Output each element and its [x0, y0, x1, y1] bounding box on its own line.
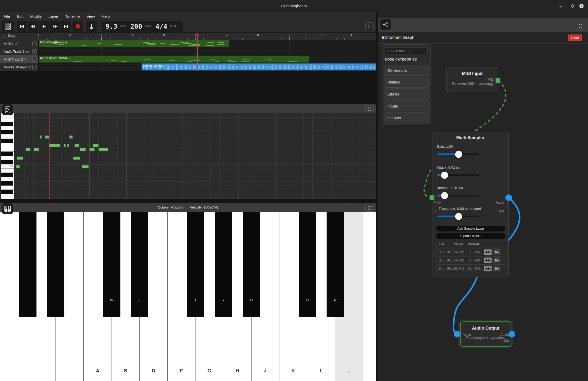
- param-slider[interactable]: [437, 216, 479, 217]
- film-button[interactable]: [2, 21, 14, 32]
- sampler-audio-out-port[interactable]: [505, 194, 512, 201]
- black-key-U[interactable]: U: [243, 212, 260, 317]
- black-key-2[interactable]: [47, 212, 64, 317]
- roll-key-a4[interactable]: [1, 126, 14, 130]
- roll-key-c4[interactable]: C4: [1, 164, 14, 169]
- close-icon[interactable]: [579, 3, 584, 9]
- param-slider[interactable]: [437, 174, 479, 176]
- midi-note[interactable]: [49, 144, 60, 147]
- piano-roll-panel-button[interactable]: [2, 104, 13, 115]
- slider-knob[interactable]: [455, 213, 462, 220]
- menu-timeline[interactable]: Timeline: [65, 14, 80, 19]
- midi-note[interactable]: [67, 144, 69, 147]
- graph-fullscreen-button[interactable]: [576, 22, 584, 30]
- play-button[interactable]: [39, 21, 50, 32]
- roll-key-gs4[interactable]: [1, 130, 13, 134]
- output-audio-out-port[interactable]: [509, 331, 515, 337]
- black-key-P[interactable]: P: [327, 212, 344, 317]
- sampler-midi-in-port[interactable]: [430, 195, 434, 200]
- menu-view[interactable]: View: [87, 14, 95, 19]
- black-key-E[interactable]: E: [131, 212, 148, 317]
- black-key-W[interactable]: W: [103, 212, 120, 317]
- midi-note[interactable]: [82, 165, 89, 168]
- menu-file[interactable]: File: [4, 14, 10, 19]
- node-multi-sampler[interactable]: Multi Sampler MIDI In Audio Out Add Samp…: [432, 132, 509, 277]
- roll-key-ds4[interactable]: [1, 152, 13, 156]
- slider-knob[interactable]: [441, 192, 448, 199]
- midi-note[interactable]: [64, 144, 66, 147]
- import-folder-button[interactable]: Import Folder...: [436, 233, 505, 239]
- del-button[interactable]: Del: [493, 266, 500, 271]
- track-lane[interactable]: MIDI Clip (21 notes): [39, 55, 376, 63]
- track-header-audio-track-2[interactable]: Audio Track 2 [A]-: [0, 47, 39, 55]
- del-button[interactable]: Del: [493, 258, 500, 263]
- skip-to-start-button[interactable]: [17, 21, 28, 32]
- white-key-13[interactable]: [363, 212, 376, 381]
- roll-key-fs4[interactable]: [1, 139, 13, 143]
- output-audio-in-port[interactable]: [454, 331, 460, 337]
- roll-key-f4[interactable]: [1, 143, 14, 147]
- midi-note[interactable]: [93, 144, 99, 147]
- track-header-midi-track-2[interactable]: MIDI Track 2 [A]-: [0, 55, 39, 63]
- midi-note[interactable]: [16, 165, 20, 168]
- playhead-marker[interactable]: [196, 33, 199, 36]
- clear-button[interactable]: Clear: [568, 34, 582, 41]
- midi-note[interactable]: [17, 157, 23, 160]
- edit-button[interactable]: Edit: [484, 249, 492, 255]
- param-slider[interactable]: [437, 153, 479, 155]
- edit-button[interactable]: Edit: [484, 258, 492, 263]
- fast-forward-button[interactable]: [50, 21, 60, 32]
- midi-note[interactable]: [89, 148, 95, 151]
- midi-note[interactable]: [34, 148, 39, 151]
- metronome-button[interactable]: [86, 21, 97, 32]
- midi-note[interactable]: [80, 148, 86, 151]
- slider-knob[interactable]: [441, 172, 448, 179]
- slider-knob[interactable]: [455, 151, 462, 158]
- midi-note[interactable]: [69, 135, 73, 139]
- midi-note[interactable]: [75, 144, 79, 147]
- roll-key-d4[interactable]: [1, 156, 14, 160]
- node-midi-input[interactable]: MIDI Input Receives MIDI from track MIDI…: [446, 68, 498, 92]
- black-key-O[interactable]: O: [299, 212, 316, 317]
- piano-roll-grid[interactable]: C5C4: [0, 113, 376, 199]
- track-mute-button[interactable]: -: [32, 57, 37, 62]
- node-audio-output[interactable]: Audio Output Final output to speakers Au…: [460, 322, 511, 347]
- del-button[interactable]: Del: [493, 249, 500, 255]
- roll-key-as3[interactable]: [1, 173, 13, 177]
- black-key-Y[interactable]: Y: [215, 212, 232, 317]
- rewind-button[interactable]: [28, 21, 39, 32]
- black-key-T[interactable]: T: [187, 212, 204, 317]
- clip-midi[interactable]: MIDI Clip (40 notes): [39, 40, 229, 47]
- roll-key-a3[interactable]: [1, 177, 14, 181]
- skip-to-end-button[interactable]: [60, 21, 71, 32]
- minimize-icon[interactable]: [558, 3, 564, 9]
- track-mute-button[interactable]: -: [32, 65, 37, 69]
- roll-key-fs3[interactable]: [1, 190, 13, 194]
- tempo-display[interactable]: 9.3 BAR 200 BPM 4/4 TIME: [101, 21, 183, 32]
- track-header-midi-1[interactable]: MIDI 1 [A]-: [0, 40, 39, 47]
- track-mute-button[interactable]: -: [32, 41, 37, 46]
- roll-key-gs3[interactable]: [1, 181, 13, 186]
- record-button[interactable]: [72, 21, 83, 32]
- black-key-1[interactable]: [19, 212, 36, 317]
- clip-audio[interactable]: Noodle 18.mp3: [142, 63, 376, 70]
- timeline-fullscreen-button[interactable]: [365, 22, 374, 30]
- roll-key-as4[interactable]: [1, 122, 13, 126]
- piano-roll-fullscreen-button[interactable]: [365, 105, 374, 113]
- maximize-icon[interactable]: [570, 3, 575, 9]
- midi-note[interactable]: [26, 148, 30, 151]
- track-lane[interactable]: MIDI Clip (40 notes): [39, 40, 376, 47]
- track-lane[interactable]: [39, 47, 376, 55]
- snap-checkbox[interactable]: [2, 34, 6, 38]
- roll-key-g3[interactable]: [1, 186, 14, 190]
- roll-key-g4[interactable]: [1, 135, 14, 139]
- midi-note[interactable]: [45, 135, 49, 139]
- menu-edit[interactable]: Edit: [17, 14, 23, 19]
- piano-roll-keys[interactable]: C5C4: [1, 113, 14, 199]
- midi-out-port[interactable]: [495, 78, 500, 83]
- roll-key-e4[interactable]: [1, 147, 14, 151]
- keyboard-fullscreen-button[interactable]: [365, 204, 374, 212]
- menu-help[interactable]: Help: [102, 14, 110, 19]
- graph-panel-button[interactable]: [380, 19, 391, 30]
- menu-layer[interactable]: Layer: [48, 14, 58, 19]
